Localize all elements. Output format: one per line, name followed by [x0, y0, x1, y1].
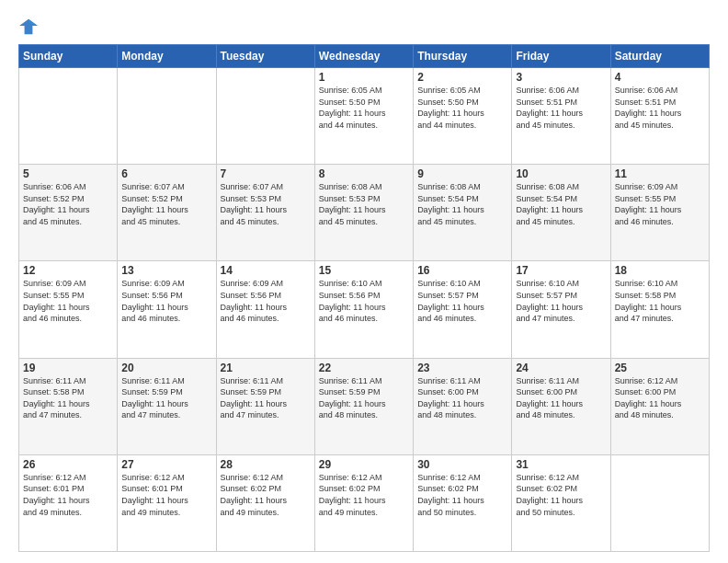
- cell-day-number: 12: [23, 264, 113, 277]
- cell-info: Sunrise: 6:11 AM Sunset: 5:59 PM Dayligh…: [221, 375, 311, 421]
- cell-info: Sunrise: 6:11 AM Sunset: 5:59 PM Dayligh…: [319, 375, 409, 421]
- calendar-cell: 22Sunrise: 6:11 AM Sunset: 5:59 PM Dayli…: [314, 358, 413, 454]
- cell-info: Sunrise: 6:12 AM Sunset: 6:00 PM Dayligh…: [615, 375, 705, 421]
- cell-day-number: 7: [221, 167, 311, 180]
- cell-info: Sunrise: 6:12 AM Sunset: 6:01 PM Dayligh…: [121, 472, 211, 518]
- cell-day-number: 21: [221, 362, 311, 374]
- calendar-cell: [216, 68, 314, 165]
- cell-info: Sunrise: 6:05 AM Sunset: 5:50 PM Dayligh…: [319, 85, 409, 131]
- cell-day-number: 6: [121, 167, 211, 180]
- cell-info: Sunrise: 6:05 AM Sunset: 5:50 PM Dayligh…: [417, 85, 507, 131]
- cell-day-number: 18: [615, 264, 705, 277]
- calendar-cell: 4Sunrise: 6:06 AM Sunset: 5:51 PM Daylig…: [610, 68, 709, 165]
- cell-info: Sunrise: 6:11 AM Sunset: 6:00 PM Dayligh…: [417, 375, 507, 421]
- cell-day-number: 25: [615, 362, 705, 374]
- cell-day-number: 1: [319, 71, 409, 84]
- cell-day-number: 13: [121, 264, 211, 277]
- cell-day-number: 22: [319, 362, 409, 374]
- calendar-cell: 21Sunrise: 6:11 AM Sunset: 5:59 PM Dayli…: [216, 358, 314, 454]
- logo-icon: [18, 17, 39, 37]
- calendar-week-2: 5Sunrise: 6:06 AM Sunset: 5:52 PM Daylig…: [19, 165, 710, 261]
- cell-day-number: 20: [121, 362, 211, 374]
- cell-day-number: 27: [121, 458, 211, 471]
- calendar-cell: 25Sunrise: 6:12 AM Sunset: 6:00 PM Dayli…: [610, 358, 709, 454]
- calendar-cell: 6Sunrise: 6:07 AM Sunset: 5:52 PM Daylig…: [118, 165, 216, 261]
- cell-info: Sunrise: 6:12 AM Sunset: 6:02 PM Dayligh…: [516, 472, 606, 518]
- cell-info: Sunrise: 6:10 AM Sunset: 5:58 PM Dayligh…: [615, 278, 705, 324]
- cell-day-number: 10: [516, 167, 606, 180]
- calendar-header: SundayMondayTuesdayWednesdayThursdayFrid…: [19, 45, 710, 68]
- cell-info: Sunrise: 6:12 AM Sunset: 6:01 PM Dayligh…: [23, 472, 113, 518]
- cell-info: Sunrise: 6:06 AM Sunset: 5:51 PM Dayligh…: [615, 85, 705, 131]
- cell-day-number: 4: [615, 71, 705, 84]
- cell-day-number: 11: [615, 167, 705, 180]
- cell-info: Sunrise: 6:10 AM Sunset: 5:57 PM Dayligh…: [516, 278, 606, 324]
- header-day-sunday: Sunday: [19, 45, 118, 68]
- header: [18, 17, 710, 37]
- cell-day-number: 23: [417, 362, 507, 374]
- calendar-cell: 30Sunrise: 6:12 AM Sunset: 6:02 PM Dayli…: [414, 454, 512, 551]
- calendar-cell: 24Sunrise: 6:11 AM Sunset: 6:00 PM Dayli…: [512, 358, 610, 454]
- header-day-wednesday: Wednesday: [314, 45, 413, 68]
- calendar-week-1: 1Sunrise: 6:05 AM Sunset: 5:50 PM Daylig…: [19, 68, 710, 165]
- cell-info: Sunrise: 6:08 AM Sunset: 5:54 PM Dayligh…: [516, 181, 606, 227]
- cell-day-number: 16: [417, 264, 507, 277]
- calendar-cell: [118, 68, 216, 165]
- calendar-cell: 10Sunrise: 6:08 AM Sunset: 5:54 PM Dayli…: [512, 165, 610, 261]
- calendar-cell: 27Sunrise: 6:12 AM Sunset: 6:01 PM Dayli…: [118, 454, 216, 551]
- calendar-cell: 12Sunrise: 6:09 AM Sunset: 5:55 PM Dayli…: [19, 261, 118, 358]
- cell-day-number: 29: [319, 458, 409, 471]
- cell-info: Sunrise: 6:11 AM Sunset: 5:58 PM Dayligh…: [23, 375, 113, 421]
- calendar-cell: 8Sunrise: 6:08 AM Sunset: 5:53 PM Daylig…: [314, 165, 413, 261]
- calendar-cell: 20Sunrise: 6:11 AM Sunset: 5:59 PM Dayli…: [118, 358, 216, 454]
- cell-day-number: 15: [319, 264, 409, 277]
- cell-day-number: 2: [417, 71, 507, 84]
- header-day-thursday: Thursday: [414, 45, 512, 68]
- cell-info: Sunrise: 6:11 AM Sunset: 6:00 PM Dayligh…: [516, 375, 606, 421]
- calendar-cell: 19Sunrise: 6:11 AM Sunset: 5:58 PM Dayli…: [19, 358, 118, 454]
- calendar-cell: 15Sunrise: 6:10 AM Sunset: 5:56 PM Dayli…: [314, 261, 413, 358]
- cell-info: Sunrise: 6:12 AM Sunset: 6:02 PM Dayligh…: [221, 472, 311, 518]
- cell-day-number: 5: [23, 167, 113, 180]
- calendar-cell: 7Sunrise: 6:07 AM Sunset: 5:53 PM Daylig…: [216, 165, 314, 261]
- calendar-week-4: 19Sunrise: 6:11 AM Sunset: 5:58 PM Dayli…: [19, 358, 710, 454]
- calendar-cell: 1Sunrise: 6:05 AM Sunset: 5:50 PM Daylig…: [314, 68, 413, 165]
- calendar-cell: 28Sunrise: 6:12 AM Sunset: 6:02 PM Dayli…: [216, 454, 314, 551]
- calendar-cell: 18Sunrise: 6:10 AM Sunset: 5:58 PM Dayli…: [610, 261, 709, 358]
- cell-info: Sunrise: 6:12 AM Sunset: 6:02 PM Dayligh…: [319, 472, 409, 518]
- cell-info: Sunrise: 6:08 AM Sunset: 5:54 PM Dayligh…: [417, 181, 507, 227]
- cell-info: Sunrise: 6:09 AM Sunset: 5:56 PM Dayligh…: [121, 278, 211, 324]
- calendar-cell: 9Sunrise: 6:08 AM Sunset: 5:54 PM Daylig…: [414, 165, 512, 261]
- page: SundayMondayTuesdayWednesdayThursdayFrid…: [0, 0, 728, 563]
- cell-info: Sunrise: 6:09 AM Sunset: 5:55 PM Dayligh…: [23, 278, 113, 324]
- calendar-week-5: 26Sunrise: 6:12 AM Sunset: 6:01 PM Dayli…: [19, 454, 710, 551]
- calendar-cell: 3Sunrise: 6:06 AM Sunset: 5:51 PM Daylig…: [512, 68, 610, 165]
- cell-info: Sunrise: 6:12 AM Sunset: 6:02 PM Dayligh…: [417, 472, 507, 518]
- cell-info: Sunrise: 6:07 AM Sunset: 5:53 PM Dayligh…: [221, 181, 311, 227]
- logo: [18, 17, 42, 37]
- cell-day-number: 30: [417, 458, 507, 471]
- cell-day-number: 14: [221, 264, 311, 277]
- calendar-cell: 17Sunrise: 6:10 AM Sunset: 5:57 PM Dayli…: [512, 261, 610, 358]
- cell-info: Sunrise: 6:09 AM Sunset: 5:56 PM Dayligh…: [221, 278, 311, 324]
- cell-info: Sunrise: 6:07 AM Sunset: 5:52 PM Dayligh…: [121, 181, 211, 227]
- calendar-cell: 16Sunrise: 6:10 AM Sunset: 5:57 PM Dayli…: [414, 261, 512, 358]
- calendar-week-3: 12Sunrise: 6:09 AM Sunset: 5:55 PM Dayli…: [19, 261, 710, 358]
- cell-day-number: 17: [516, 264, 606, 277]
- cell-info: Sunrise: 6:06 AM Sunset: 5:52 PM Dayligh…: [23, 181, 113, 227]
- calendar-body: 1Sunrise: 6:05 AM Sunset: 5:50 PM Daylig…: [19, 68, 710, 552]
- cell-info: Sunrise: 6:11 AM Sunset: 5:59 PM Dayligh…: [121, 375, 211, 421]
- calendar-cell: 14Sunrise: 6:09 AM Sunset: 5:56 PM Dayli…: [216, 261, 314, 358]
- svg-marker-0: [19, 19, 38, 35]
- cell-day-number: 19: [23, 362, 113, 374]
- calendar-cell: 23Sunrise: 6:11 AM Sunset: 6:00 PM Dayli…: [414, 358, 512, 454]
- calendar-cell: [610, 454, 709, 551]
- cell-day-number: 31: [516, 458, 606, 471]
- cell-day-number: 3: [516, 71, 606, 84]
- cell-info: Sunrise: 6:10 AM Sunset: 5:57 PM Dayligh…: [417, 278, 507, 324]
- cell-info: Sunrise: 6:10 AM Sunset: 5:56 PM Dayligh…: [319, 278, 409, 324]
- calendar-table: SundayMondayTuesdayWednesdayThursdayFrid…: [18, 44, 710, 552]
- header-day-friday: Friday: [512, 45, 610, 68]
- calendar-cell: 26Sunrise: 6:12 AM Sunset: 6:01 PM Dayli…: [19, 454, 118, 551]
- calendar-cell: 13Sunrise: 6:09 AM Sunset: 5:56 PM Dayli…: [118, 261, 216, 358]
